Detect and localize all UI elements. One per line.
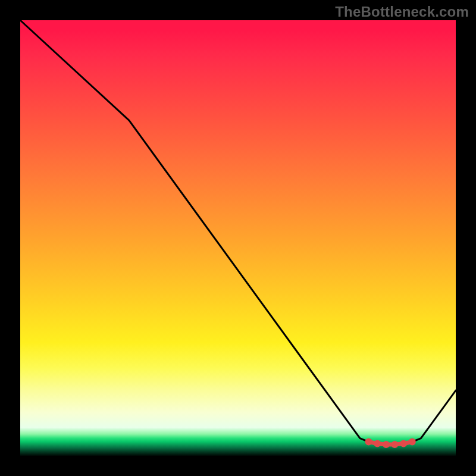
watermark-text: TheBottleneck.com [335, 4, 469, 20]
flat-marker [365, 439, 372, 446]
flat-marker [409, 439, 416, 446]
chart-frame: TheBottleneck.com [0, 0, 476, 476]
flat-marker [400, 440, 407, 447]
flat-marker [383, 441, 390, 448]
flat-markers [365, 439, 416, 448]
flat-marker [374, 440, 381, 447]
plot-area [20, 20, 456, 456]
curve-line [20, 20, 456, 444]
flat-marker [392, 441, 399, 448]
chart-overlay [20, 20, 456, 456]
